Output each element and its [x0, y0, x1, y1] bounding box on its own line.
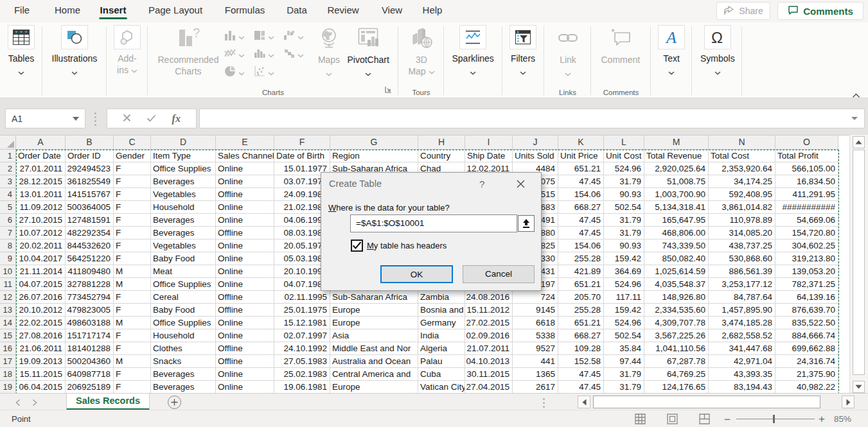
cell-D3[interactable]: Beverages [151, 175, 216, 188]
column-header-L[interactable]: L [604, 135, 644, 150]
column-header-J[interactable]: J [513, 135, 558, 150]
cell-M3[interactable]: 51,008.75 [644, 175, 709, 188]
cell-N18[interactable]: 43,393.35 [709, 368, 775, 381]
cell-C8[interactable]: F [114, 240, 151, 252]
scroll-up-button[interactable] [853, 136, 865, 148]
tab-home[interactable]: Home [53, 0, 82, 20]
cell-K9[interactable]: 255.28 [558, 252, 604, 265]
cell-A13[interactable]: 20.10.2012 [16, 304, 66, 317]
cell-D4[interactable]: Vegetables [151, 188, 216, 201]
cell-H14[interactable]: Germany [418, 317, 465, 329]
cell-B14[interactable]: 498603188 [66, 317, 114, 329]
cell-E4[interactable]: Offline [216, 188, 274, 201]
cell-M19[interactable]: 124,176.65 [644, 381, 709, 393]
cell-D1[interactable]: Item Type [151, 150, 216, 162]
cell-K16[interactable]: 109.28 [558, 342, 604, 355]
cell-D10[interactable]: Meat [151, 265, 216, 278]
cell-O19[interactable]: 40,982.22 [775, 381, 838, 393]
cell-L19[interactable]: 31.79 [604, 381, 644, 393]
cell-O14[interactable]: 835,522.50 [775, 317, 838, 329]
cell-K1[interactable]: Unit Price [558, 150, 604, 162]
cell-N12[interactable]: 84,787.64 [709, 291, 775, 304]
cell-L17[interactable]: 97.44 [604, 355, 644, 368]
formula-bar-splitter[interactable] [94, 112, 96, 126]
vertical-scrollbar[interactable] [849, 135, 868, 393]
cell-D5[interactable]: Household [151, 201, 216, 214]
cell-N5[interactable]: 3,861,014.82 [709, 201, 775, 214]
cell-L6[interactable]: 31.79 [604, 214, 644, 227]
cell-E7[interactable]: Offline [216, 227, 274, 240]
enter-entry-button[interactable] [146, 113, 156, 125]
zoom-level[interactable]: 85% [834, 414, 851, 424]
tab-view[interactable]: View [380, 0, 403, 20]
symbols-button[interactable]: ΩSymbols [700, 25, 735, 78]
cell-A18[interactable]: 15.11.2015 [16, 368, 66, 381]
cell-N14[interactable]: 3,474,185.28 [709, 317, 775, 329]
cell-O5[interactable]: ########### [775, 201, 838, 214]
column-header-A[interactable]: A [16, 135, 66, 150]
column-header-I[interactable]: I [465, 135, 513, 150]
cell-A4[interactable]: 13.01.2011 [16, 188, 66, 201]
comments-button[interactable]: Comments [777, 2, 864, 20]
cell-M9[interactable]: 850,082.40 [644, 252, 709, 265]
cell-D8[interactable]: Vegetables [151, 240, 216, 252]
cell-I15[interactable]: 02.09.2016 [465, 329, 513, 342]
cell-E17[interactable]: Offline [216, 355, 274, 368]
cell-O1[interactable]: Total Profit [775, 150, 838, 162]
cell-G17[interactable]: Australia and Ocean [330, 355, 418, 368]
scroll-right-button[interactable] [842, 396, 855, 408]
cell-E1[interactable]: Sales Channel [216, 150, 274, 162]
cell-H16[interactable]: Algeria [418, 342, 465, 355]
select-all-corner[interactable] [0, 135, 16, 150]
cell-M13[interactable]: 2,334,535.60 [644, 304, 709, 317]
cell-M6[interactable]: 165,647.95 [644, 214, 709, 227]
ok-button[interactable]: OK [380, 265, 453, 283]
row-header-13[interactable]: 13 [0, 304, 16, 317]
cell-O4[interactable]: 411,291.95 [775, 188, 838, 201]
vertical-scrollbar-thumb[interactable] [853, 150, 865, 375]
cell-B13[interactable]: 479823005 [66, 304, 114, 317]
cell-I17[interactable]: 04.10.2013 [465, 355, 513, 368]
tab-insert[interactable]: Insert [99, 0, 128, 20]
cell-O3[interactable]: 16,834.50 [775, 175, 838, 188]
cell-E3[interactable]: Online [216, 175, 274, 188]
cell-L18[interactable]: 31.79 [604, 368, 644, 381]
cell-G14[interactable]: Europe [330, 317, 418, 329]
cell-F13[interactable]: 25.01.1975 [274, 304, 330, 317]
comment-button[interactable]: Comment [601, 25, 641, 65]
help-icon[interactable]: ? [479, 179, 484, 189]
cell-O7[interactable]: 154,720.80 [775, 227, 838, 240]
cell-O6[interactable]: 54,669.06 [775, 214, 838, 227]
insert-stock-chart-button[interactable] [283, 46, 312, 64]
cell-M11[interactable]: 4,035,548.37 [644, 278, 709, 291]
insert-scatter-chart-button[interactable] [253, 64, 283, 82]
column-header-G[interactable]: G [330, 135, 418, 150]
cell-K19[interactable]: 47.45 [558, 381, 604, 393]
recommended-charts-button[interactable]: ?RecommendedCharts [158, 25, 219, 76]
cell-M8[interactable]: 743,339.50 [644, 240, 709, 252]
tables-button[interactable]: Tables [8, 25, 35, 78]
tab-data[interactable]: Data [285, 0, 308, 20]
filters-button[interactable]: Filters [509, 25, 536, 78]
cell-E10[interactable]: Online [216, 265, 274, 278]
tab-review[interactable]: Review [326, 0, 360, 20]
cell-D6[interactable]: Beverages [151, 214, 216, 227]
row-header-18[interactable]: 18 [0, 368, 16, 381]
cell-C17[interactable]: M [114, 355, 151, 368]
cell-I1[interactable]: Ship Date [465, 150, 513, 162]
column-header-K[interactable]: K [558, 135, 604, 150]
cell-L14[interactable]: 524.96 [604, 317, 644, 329]
cell-C7[interactable]: F [114, 227, 151, 240]
cell-L9[interactable]: 159.42 [604, 252, 644, 265]
cell-L3[interactable]: 31.79 [604, 175, 644, 188]
cell-J17[interactable]: 441 [513, 355, 558, 368]
cell-G12[interactable]: Sub-Saharan Africa [330, 291, 418, 304]
cell-B5[interactable]: 500364005 [66, 201, 114, 214]
cell-N16[interactable]: 341,447.68 [709, 342, 775, 355]
row-header-15[interactable]: 15 [0, 329, 16, 342]
cell-O8[interactable]: 304,602.25 [775, 240, 838, 252]
cell-A11[interactable]: 04.07.2015 [16, 278, 66, 291]
cell-M15[interactable]: 3,567,225.26 [644, 329, 709, 342]
cell-C14[interactable]: M [114, 317, 151, 329]
cell-I12[interactable]: 24.08.2016 [465, 291, 513, 304]
